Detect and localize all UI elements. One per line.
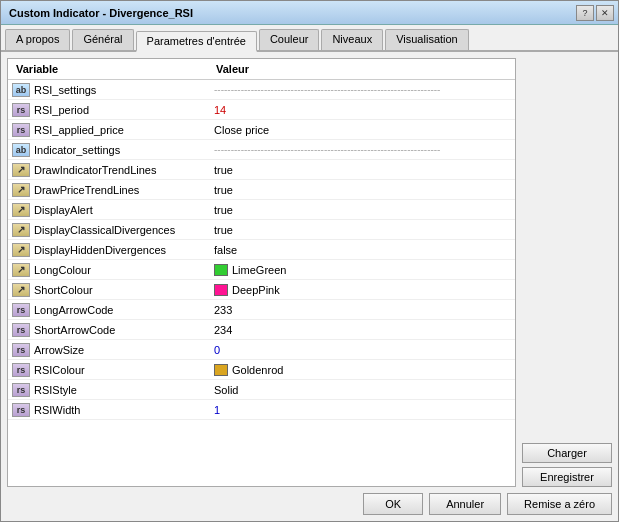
close-button[interactable]: ✕ xyxy=(596,5,614,21)
row-name: ArrowSize xyxy=(34,344,214,356)
row-value: 0 xyxy=(214,344,511,356)
table-header: Variable Valeur xyxy=(8,59,515,80)
title-bar: Custom Indicator - Divergence_RSI ? ✕ xyxy=(1,1,618,25)
row-name: DisplayClassicalDivergences xyxy=(34,224,214,236)
row-value: DeepPink xyxy=(214,284,511,296)
cell-value: true xyxy=(214,224,233,236)
table-row[interactable]: rs RSI_period 14 xyxy=(8,100,515,120)
row-value: ----------------------------------------… xyxy=(214,144,511,155)
icon-trend: ↗ xyxy=(12,263,30,277)
icon-rs: rs xyxy=(12,103,30,117)
color-swatch-deeppink[interactable] xyxy=(214,284,228,296)
table-row[interactable]: ab Indicator_settings ------------------… xyxy=(8,140,515,160)
icon-trend: ↗ xyxy=(12,223,30,237)
content-area: Variable Valeur ab RSI_settings --------… xyxy=(1,52,618,521)
icon-trend: ↗ xyxy=(12,183,30,197)
tab-general[interactable]: Général xyxy=(72,29,133,50)
row-value: true xyxy=(214,224,511,236)
row-name: ShortArrowCode xyxy=(34,324,214,336)
row-value: false xyxy=(214,244,511,256)
table-row[interactable]: rs ArrowSize 0 xyxy=(8,340,515,360)
title-bar-controls: ? ✕ xyxy=(576,5,614,21)
row-value: Close price xyxy=(214,124,511,136)
row-value: LimeGreen xyxy=(214,264,511,276)
row-value: ----------------------------------------… xyxy=(214,84,511,95)
row-name: DrawIndicatorTrendLines xyxy=(34,164,214,176)
tab-couleur[interactable]: Couleur xyxy=(259,29,320,50)
table-row[interactable]: ↗ DisplayAlert true xyxy=(8,200,515,220)
row-name: RSIWidth xyxy=(34,404,214,416)
cell-value: 233 xyxy=(214,304,232,316)
remise-button[interactable]: Remise a zéro xyxy=(507,493,612,515)
tab-niveaux[interactable]: Niveaux xyxy=(321,29,383,50)
table-row[interactable]: ↗ DisplayHiddenDivergences false xyxy=(8,240,515,260)
icon-ab: ab xyxy=(12,83,30,97)
icon-rs: rs xyxy=(12,343,30,357)
row-value: 1 xyxy=(214,404,511,416)
cell-value: true xyxy=(214,204,233,216)
cell-value: DeepPink xyxy=(232,284,280,296)
annuler-button[interactable]: Annuler xyxy=(429,493,501,515)
table-row[interactable]: ↗ ShortColour DeepPink xyxy=(8,280,515,300)
icon-trend: ↗ xyxy=(12,283,30,297)
icon-rs: rs xyxy=(12,403,30,417)
main-window: Custom Indicator - Divergence_RSI ? ✕ A … xyxy=(0,0,619,522)
params-table: Variable Valeur ab RSI_settings --------… xyxy=(7,58,516,487)
icon-trend: ↗ xyxy=(12,203,30,217)
cell-value: false xyxy=(214,244,237,256)
cell-value: 1 xyxy=(214,404,220,416)
bottom-buttons-area: OK Annuler Remise a zéro xyxy=(7,487,612,515)
charger-button[interactable]: Charger xyxy=(522,443,612,463)
table-row[interactable]: rs ShortArrowCode 234 xyxy=(8,320,515,340)
row-name: LongArrowCode xyxy=(34,304,214,316)
header-value: Valeur xyxy=(212,61,511,77)
cell-value: Solid xyxy=(214,384,238,396)
table-row[interactable]: ↗ DisplayClassicalDivergences true xyxy=(8,220,515,240)
cell-value: LimeGreen xyxy=(232,264,286,276)
icon-rs: rs xyxy=(12,363,30,377)
cell-value: 0 xyxy=(214,344,220,356)
row-name: RSI_settings xyxy=(34,84,214,96)
table-row[interactable]: ↗ DrawPriceTrendLines true xyxy=(8,180,515,200)
row-value: Goldenrod xyxy=(214,364,511,376)
icon-rs: rs xyxy=(12,323,30,337)
tab-visualisation[interactable]: Visualisation xyxy=(385,29,469,50)
row-name: Indicator_settings xyxy=(34,144,214,156)
tab-params[interactable]: Parametres d'entrée xyxy=(136,31,257,52)
color-swatch-limegreen[interactable] xyxy=(214,264,228,276)
cell-value: Goldenrod xyxy=(232,364,283,376)
row-value: 233 xyxy=(214,304,511,316)
icon-trend: ↗ xyxy=(12,163,30,177)
table-row[interactable]: rs LongArrowCode 233 xyxy=(8,300,515,320)
header-variable: Variable xyxy=(12,61,212,77)
table-row[interactable]: ↗ LongColour LimeGreen xyxy=(8,260,515,280)
ok-button[interactable]: OK xyxy=(363,493,423,515)
row-name: LongColour xyxy=(34,264,214,276)
row-name: ShortColour xyxy=(34,284,214,296)
enregistrer-button[interactable]: Enregistrer xyxy=(522,467,612,487)
table-row[interactable]: rs RSIStyle Solid xyxy=(8,380,515,400)
row-value: 14 xyxy=(214,104,511,116)
row-name: RSIColour xyxy=(34,364,214,376)
icon-ab: ab xyxy=(12,143,30,157)
side-buttons: Charger Enregistrer xyxy=(522,58,612,487)
table-row[interactable]: rs RSIColour Goldenrod xyxy=(8,360,515,380)
row-name: DisplayHiddenDivergences xyxy=(34,244,214,256)
table-row[interactable]: ↗ DrawIndicatorTrendLines true xyxy=(8,160,515,180)
table-row[interactable]: ab RSI_settings ------------------------… xyxy=(8,80,515,100)
row-name: DrawPriceTrendLines xyxy=(34,184,214,196)
row-value: true xyxy=(214,184,511,196)
row-value: true xyxy=(214,164,511,176)
row-value: true xyxy=(214,204,511,216)
color-swatch-goldenrod[interactable] xyxy=(214,364,228,376)
cell-value: 14 xyxy=(214,104,226,116)
row-name: RSI_applied_price xyxy=(34,124,214,136)
table-row[interactable]: rs RSIWidth 1 xyxy=(8,400,515,420)
cell-value: Close price xyxy=(214,124,269,136)
icon-trend: ↗ xyxy=(12,243,30,257)
table-row[interactable]: rs RSI_applied_price Close price xyxy=(8,120,515,140)
tab-apropos[interactable]: A propos xyxy=(5,29,70,50)
row-name: DisplayAlert xyxy=(34,204,214,216)
cell-value: true xyxy=(214,164,233,176)
help-button[interactable]: ? xyxy=(576,5,594,21)
